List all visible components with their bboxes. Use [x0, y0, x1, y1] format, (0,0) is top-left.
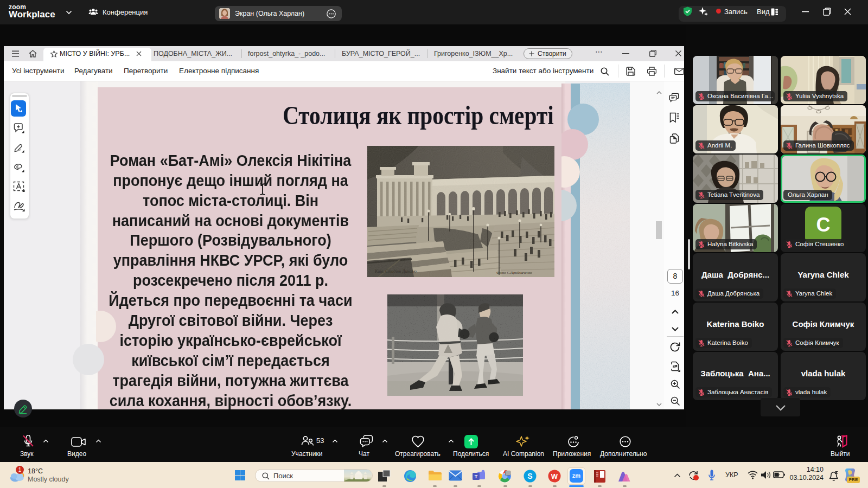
svg-text:Київ. Стадіон Динамо: Київ. Стадіон Динамо	[374, 269, 417, 274]
svg-text:S: S	[527, 472, 532, 480]
svg-text:Фото С.Приймаченко: Фото С.Приймаченко	[496, 271, 532, 275]
svg-text:W: W	[551, 472, 558, 480]
svg-text:T: T	[475, 474, 478, 479]
